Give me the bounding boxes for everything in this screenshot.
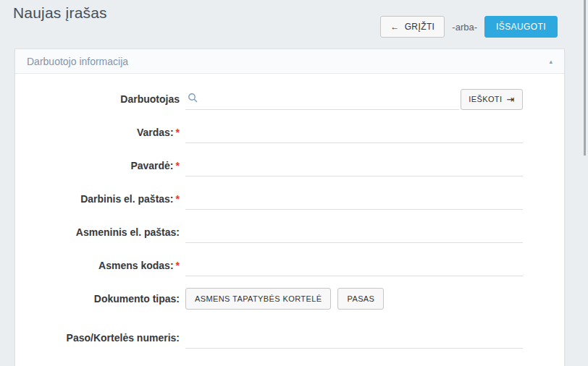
form-row-personal-code: Asmens kodas:*	[27, 249, 523, 282]
required-marker: *	[176, 193, 180, 205]
form-row-employee: Darbuotojas IEŠKOTI ⇥	[27, 82, 523, 116]
employee-control: IEŠKOTI ⇥	[185, 88, 523, 110]
employee-search-wrap	[185, 88, 459, 110]
form-row-work-email: Darbinis el. paštas:*	[27, 182, 523, 216]
panel-body: Darbuotojas IEŠKOTI ⇥ Vardas:*	[15, 74, 564, 366]
first-name-control	[185, 122, 523, 143]
document-type-options: ASMENS TAPATYBĖS KORTELĖ PASAS	[185, 288, 384, 310]
personal-email-input[interactable]	[185, 221, 523, 243]
required-marker: *	[176, 127, 180, 138]
last-name-label-text: Pavardė:	[130, 160, 173, 171]
scrollbar-thumb[interactable]	[584, 0, 586, 156]
personal-code-input[interactable]	[185, 255, 523, 276]
employee-label: Darbuotojas	[27, 93, 180, 106]
personal-code-label-text: Asmens kodas:	[98, 260, 173, 271]
employee-info-panel: Darbuotojo informacija ▴ Darbuotojas IEŠ…	[14, 48, 565, 366]
page-header: Naujas įrašas ← GRĮŽTI -arba- IŠSAUGOTI	[0, 0, 588, 43]
required-marker: *	[176, 260, 180, 271]
document-number-control	[185, 327, 523, 349]
save-button[interactable]: IŠSAUGOTI	[484, 16, 558, 38]
form-row-personal-email: Asmeninis el. paštas:	[27, 216, 523, 249]
first-name-label-text: Vardas:	[137, 127, 174, 138]
document-type-id-card-button[interactable]: ASMENS TAPATYBĖS KORTELĖ	[185, 288, 331, 310]
passport-button-label: PASAS	[347, 294, 374, 303]
collapse-icon[interactable]: ▴	[549, 58, 553, 64]
work-email-label: Darbinis el. paštas:*	[27, 193, 180, 205]
required-marker: *	[176, 160, 180, 171]
document-number-input[interactable]	[185, 327, 523, 349]
form-row-first-name: Vardas:*	[27, 116, 523, 149]
form-row-document-number: Paso/Kortelės numeris:	[27, 321, 523, 354]
document-number-label: Paso/Kortelės numeris:	[27, 332, 180, 344]
header-actions: ← GRĮŽTI -arba- IŠSAUGOTI	[380, 16, 558, 38]
employee-search-input[interactable]	[185, 88, 459, 110]
personal-email-control	[185, 221, 523, 243]
first-name-label: Vardas:*	[27, 127, 180, 139]
personal-code-label: Asmens kodas:*	[27, 260, 180, 272]
last-name-input[interactable]	[185, 155, 523, 176]
employee-label-text: Darbuotojas	[120, 93, 180, 105]
personal-email-label-text: Asmeninis el. paštas:	[76, 226, 180, 238]
last-name-label: Pavardė:*	[27, 160, 180, 172]
scrollbar[interactable]	[584, 0, 586, 366]
arrow-to-bar-icon: ⇥	[506, 95, 514, 104]
document-type-passport-button[interactable]: PASAS	[337, 288, 384, 310]
work-email-control	[185, 188, 523, 210]
back-button-label: GRĮŽTI	[405, 22, 435, 32]
search-button[interactable]: IEŠKOTI ⇥	[461, 89, 523, 110]
back-arrow-icon: ←	[390, 22, 399, 32]
page-title: Naujas įrašas	[13, 4, 107, 22]
back-button[interactable]: ← GRĮŽTI	[380, 16, 445, 38]
form-row-last-name: Pavardė:*	[27, 149, 523, 182]
document-number-label-text: Paso/Kortelės numeris:	[67, 332, 180, 344]
or-separator: -arba-	[452, 22, 477, 33]
id-card-button-label: ASMENS TAPATYBĖS KORTELĖ	[195, 294, 322, 303]
panel-header: Darbuotojo informacija ▴	[15, 49, 564, 74]
last-name-control	[185, 155, 523, 176]
document-type-label-text: Dokumento tipas:	[94, 293, 180, 305]
work-email-input[interactable]	[185, 188, 523, 210]
document-type-label: Dokumento tipas:	[27, 293, 180, 305]
personal-email-label: Asmeninis el. paštas:	[27, 226, 180, 239]
work-email-label-text: Darbinis el. paštas:	[80, 193, 173, 205]
panel-title: Darbuotojo informacija	[27, 56, 128, 67]
search-button-label: IEŠKOTI	[469, 95, 502, 103]
document-type-control: ASMENS TAPATYBĖS KORTELĖ PASAS	[185, 288, 523, 310]
save-button-label: IŠSAUGOTI	[496, 22, 546, 32]
form-row-document-type: Dokumento tipas: ASMENS TAPATYBĖS KORTEL…	[27, 282, 523, 315]
first-name-input[interactable]	[185, 122, 523, 143]
personal-code-control	[185, 255, 523, 276]
